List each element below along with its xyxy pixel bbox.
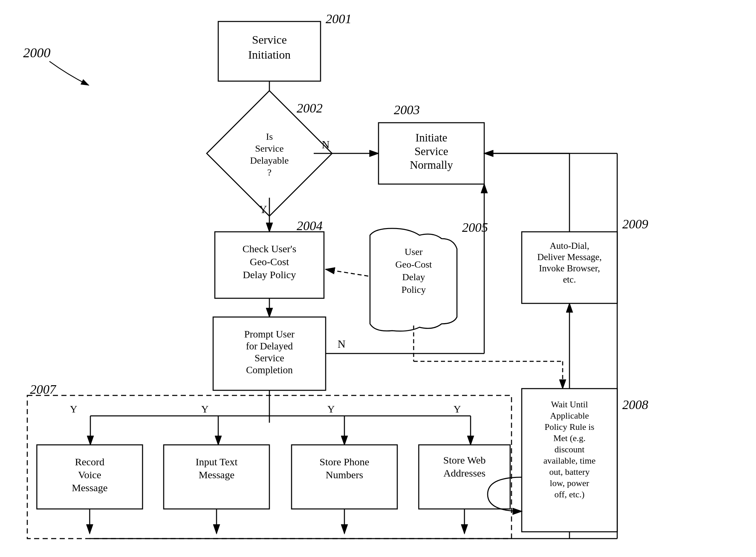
y-label-1: Y — [259, 203, 267, 215]
svg-text:available, time: available, time — [543, 456, 595, 466]
svg-text:Deliver Message,: Deliver Message, — [537, 252, 602, 262]
y-label-4: Y — [327, 403, 335, 415]
svg-text:Policy: Policy — [401, 284, 426, 295]
svg-text:out, battery: out, battery — [549, 467, 590, 477]
input-text-text2: Message — [199, 469, 235, 480]
record-voice-text2: Voice — [78, 469, 101, 480]
prompt-user-text3: Service — [255, 352, 284, 363]
ref-2009-label: 2009 — [622, 217, 648, 231]
ref-2003-label: 2003 — [394, 103, 420, 117]
y-label-2: Y — [70, 403, 77, 415]
svg-text:Geo-Cost: Geo-Cost — [395, 259, 432, 270]
svg-text:Wait Until: Wait Until — [551, 400, 588, 409]
prompt-user-text4: Completion — [246, 364, 293, 375]
user-geo-cost-box: User Geo-Cost Delay Policy — [370, 228, 457, 331]
svg-text:Service: Service — [255, 143, 284, 154]
service-initiation-text2: Initiation — [248, 48, 291, 61]
svg-text:User: User — [405, 246, 423, 257]
check-geo-text3: Delay Policy — [243, 269, 296, 280]
input-text-text1: Input Text — [195, 456, 238, 467]
prompt-user-text2: for Delayed — [246, 341, 293, 351]
initiate-service-text1: Initiate — [415, 132, 447, 144]
n-label-1: N — [322, 138, 329, 151]
store-phone-text2: Numbers — [326, 469, 363, 480]
svg-text:Policy Rule is: Policy Rule is — [545, 422, 594, 432]
store-web-text2: Addresses — [443, 467, 485, 479]
service-initiation-text: Service — [252, 33, 287, 46]
svg-text:?: ? — [267, 167, 271, 178]
store-web-text1: Store Web — [443, 454, 486, 466]
svg-text:discount: discount — [554, 445, 585, 454]
svg-text:Auto-Dial,: Auto-Dial, — [550, 241, 589, 251]
svg-text:Invoke Browser,: Invoke Browser, — [539, 263, 600, 273]
check-geo-text1: Check User's — [242, 243, 296, 254]
record-voice-text1: Record — [75, 456, 105, 467]
ref-2000-label: 2000 — [23, 45, 50, 60]
initiate-service-text3: Normally — [410, 159, 453, 171]
initiate-service-text2: Service — [415, 145, 448, 157]
store-phone-text1: Store Phone — [320, 456, 369, 467]
y-label-3: Y — [201, 403, 209, 415]
check-geo-text2: Geo-Cost — [250, 256, 290, 267]
svg-text:Delay: Delay — [402, 272, 425, 282]
svg-text:low, power: low, power — [550, 478, 589, 488]
record-voice-text3: Message — [72, 482, 108, 493]
svg-text:etc.: etc. — [563, 274, 576, 285]
svg-text:Applicable: Applicable — [550, 411, 589, 421]
svg-text:Met (e.g.: Met (e.g. — [553, 433, 586, 443]
svg-text:Delayable: Delayable — [250, 155, 289, 166]
svg-text:Is: Is — [266, 131, 273, 142]
ref-2007-label: 2007 — [30, 382, 57, 396]
ref-2001-label: 2001 — [326, 12, 352, 26]
ref-2002-label: 2002 — [297, 101, 323, 115]
svg-text:off, etc.): off, etc.) — [554, 490, 584, 499]
ref-2004-label: 2004 — [297, 219, 323, 233]
ref-2008-label: 2008 — [622, 397, 648, 412]
y-label-5: Y — [454, 403, 461, 415]
prompt-user-text1: Prompt User — [244, 329, 295, 340]
n-label-2: N — [338, 338, 345, 350]
